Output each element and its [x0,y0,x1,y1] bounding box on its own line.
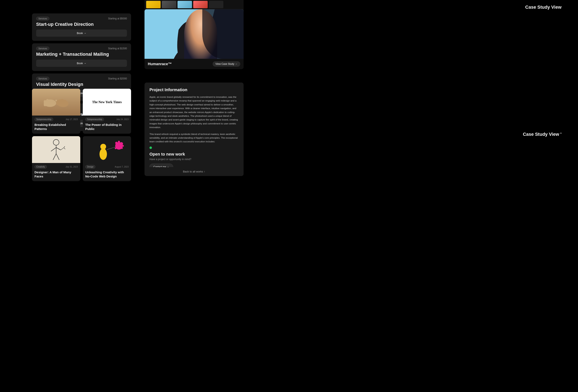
case-study-view-label-2: Case Study View ' [523,132,562,137]
service-title-1: Start-up Creative Direction [36,22,127,27]
back-to-works-button[interactable]: Back to all works ↑ [144,167,243,176]
svg-rect-1 [44,100,46,106]
blog-tag-3: Creativity [35,165,47,169]
svg-line-13 [51,147,56,151]
blog-tag-2: Solopreneurship [85,118,104,121]
service-tag-2: Services [36,47,49,50]
svg-rect-32 [186,40,194,50]
project-info-body-1: Apple, an iconic brand globally renowned… [149,95,239,129]
svg-point-11 [53,139,59,145]
svg-point-35 [192,33,195,35]
blog-date-2: July 24, 2023 [116,118,129,121]
svg-rect-3 [49,100,51,105]
service-tag-1: Services [36,17,49,20]
svg-point-27 [118,141,120,143]
blog-card-1[interactable]: Solopreneurship July 17, 2023 Breaking E… [32,89,80,134]
strip-block-5 [209,1,223,8]
blog-image-2: The New York Times [83,89,131,116]
strip-block-4 [193,1,208,8]
blog-title-3: Designer: A Man of Many Faces [32,169,80,181]
svg-rect-2 [46,99,49,105]
blog-meta-4: Design August 7, 2023 [83,163,131,169]
svg-point-36 [199,37,201,39]
humanrace-card: Humanrace™ View Case Study → [144,9,243,69]
svg-line-16 [56,154,59,160]
case-study-view-label-1: Case Study View [525,4,562,11]
blog-date-3: July 31, 2023 [66,166,78,168]
strip-block-1 [146,1,161,8]
humanrace-view-case-button[interactable]: View Case Study → [213,61,241,67]
blog-card-2[interactable]: The New York Times Solopreneurship July … [83,89,131,134]
service-top-3: Services Starting at $2000 [36,77,127,81]
humanrace-bottom: Humanrace™ View Case Study → [144,59,243,69]
blog-card-3[interactable]: Creativity July 31, 2023 Designer: A Man… [32,136,80,181]
service-title-3: Visual Identity Design [36,82,127,87]
service-card-2: Services Starting at $1500 Marketing + T… [32,43,131,71]
svg-point-37 [186,35,189,37]
blog-grid: Solopreneurship July 17, 2023 Breaking E… [32,89,131,181]
svg-line-15 [53,154,56,160]
svg-point-34 [185,33,188,35]
nyt-logo: The New York Times [83,89,131,116]
blog-image-3 [32,136,80,163]
svg-line-18 [64,146,65,147]
service-top-2: Services Starting at $1500 [36,47,127,50]
green-dot-container [149,146,239,152]
svg-rect-30 [144,9,243,59]
blog-card-4[interactable]: Design August 7, 2023 Unleashing Creativ… [83,136,131,181]
blob-illustration [83,136,131,163]
humanrace-image [144,9,243,59]
apple-strip-content [144,0,225,9]
blog-tag-1: Solopreneurship [35,118,53,121]
svg-point-29 [115,147,116,149]
blog-date-4: August 7, 2023 [115,166,129,168]
svg-point-21 [100,144,106,150]
blog-title-2: The Power of Building in Public [83,122,131,134]
svg-rect-4 [51,100,53,105]
service-price-1: Starting at $5000 [108,17,127,20]
svg-point-28 [122,145,124,147]
service-top-1: Services Starting at $5000 [36,17,127,20]
blog-image-1 [32,89,80,116]
svg-point-20 [99,148,107,160]
blog-meta-3: Creativity July 31, 2023 [32,163,80,169]
strip-block-3 [178,1,192,8]
availability-indicator [149,146,152,149]
humanrace-brand: Humanrace™ [148,62,172,66]
book-button-2[interactable]: Book → [36,60,127,67]
service-price-2: Starting at $1500 [108,47,127,50]
hands-illustration [32,89,80,116]
service-tag-3: Services [36,77,49,81]
blog-meta-1: Solopreneurship July 17, 2023 [32,116,80,122]
svg-line-14 [56,147,61,150]
open-work-title: Open to new work [149,152,239,157]
svg-point-10 [55,100,57,101]
svg-line-19 [64,148,65,149]
blog-image-4 [83,136,131,163]
service-card-1: Services Starting at $5000 Start-up Crea… [32,13,131,41]
svg-point-26 [121,147,123,149]
strip-block-2 [162,1,176,8]
service-title-2: Marketing + Transactional Mailing [36,52,127,57]
svg-point-25 [115,142,118,144]
service-price-3: Starting at $2000 [108,77,127,80]
figure-illustration [32,136,80,163]
project-info-title: Project Information [149,87,239,92]
blog-tag-4: Design [85,165,95,169]
blog-title-1: Breaking Established Patterns [32,122,80,134]
project-info-body-2: This brand refresh required a symbiotic … [149,132,239,144]
apple-strip [144,0,243,9]
blog-title-4: Unleashing Creativity with No-Code Web D… [83,169,131,181]
blog-date-1: July 17, 2023 [66,118,78,121]
open-work-subtitle: Have a project or opportunity in mind? [149,158,239,161]
svg-point-24 [120,142,123,145]
book-button-1[interactable]: Book → [36,30,127,37]
blog-meta-2: Solopreneurship July 24, 2023 [83,116,131,122]
svg-line-17 [61,147,64,150]
